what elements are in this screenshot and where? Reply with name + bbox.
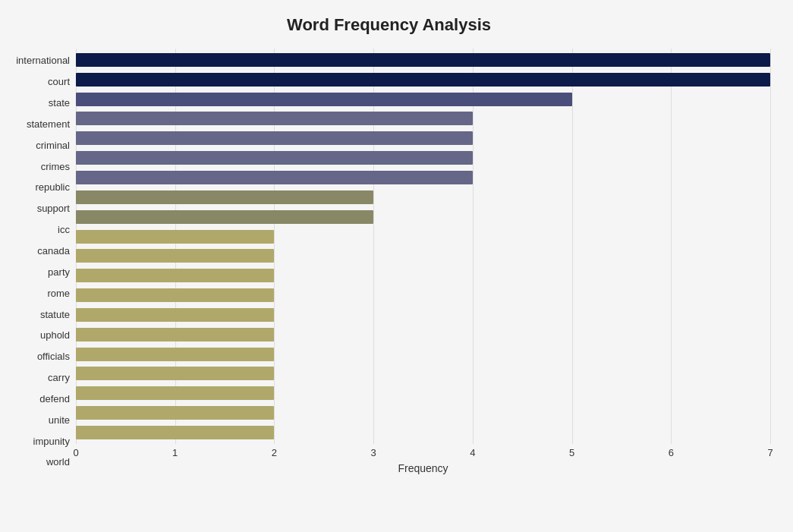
y-label: republic: [35, 179, 70, 196]
bar-row: [76, 326, 770, 343]
bar: [76, 308, 274, 322]
grid-line: [770, 49, 771, 444]
bar: [76, 269, 274, 282]
bar: [76, 288, 274, 302]
bar: [76, 93, 572, 106]
y-label: state: [49, 95, 70, 112]
x-tick: 6: [669, 447, 674, 458]
y-label: international: [16, 52, 70, 69]
y-label: officials: [37, 348, 70, 365]
y-label: icc: [58, 222, 70, 238]
x-tick: 2: [272, 447, 277, 458]
bar: [76, 131, 473, 145]
bar-row: [76, 52, 770, 68]
y-label: support: [37, 200, 70, 217]
bar: [76, 171, 473, 184]
bar: [76, 348, 274, 361]
bar-row: [76, 150, 770, 166]
bar-row: [76, 267, 770, 284]
bar: [76, 230, 274, 244]
bar: [76, 406, 274, 420]
x-tick: 5: [569, 447, 574, 458]
bar-row: [76, 189, 770, 206]
y-label: defend: [39, 390, 70, 407]
bar-row: [76, 424, 770, 441]
y-label: carry: [48, 370, 70, 386]
bars-area: [76, 49, 770, 444]
bar: [76, 53, 770, 67]
chart-title: Word Frequency Analysis: [8, 15, 770, 35]
y-label: statement: [27, 115, 70, 132]
y-label: world: [46, 454, 70, 471]
chart-container: Word Frequency Analysis internationalcou…: [0, 0, 793, 532]
chart-area: internationalcourtstatestatementcriminal…: [8, 49, 770, 474]
bar: [76, 328, 274, 342]
bar-row: [76, 385, 770, 401]
bar-row: [76, 209, 770, 225]
y-label: uphold: [40, 327, 70, 344]
bar-row: [76, 346, 770, 363]
y-label: party: [48, 263, 70, 280]
bar: [76, 73, 770, 87]
x-tick: 7: [767, 447, 773, 458]
bar-row: [76, 110, 770, 127]
bar-row: [76, 130, 770, 146]
y-label: unite: [49, 411, 70, 428]
bar-row: [76, 228, 770, 245]
bar-row: [76, 247, 770, 264]
y-label: impunity: [33, 433, 70, 449]
bars-and-xaxis: 01234567 Frequency: [76, 49, 770, 474]
y-label: canada: [37, 243, 70, 260]
y-label: criminal: [36, 137, 70, 153]
y-label: crimes: [41, 158, 70, 175]
bar-row: [76, 91, 770, 108]
x-axis: 01234567 Frequency: [76, 444, 770, 474]
bar-row: [76, 71, 770, 88]
bar: [76, 426, 274, 439]
y-axis: internationalcourtstatestatementcriminal…: [8, 49, 76, 474]
x-tick: 0: [73, 447, 78, 458]
x-tick: 3: [371, 447, 376, 458]
y-label: statute: [40, 306, 70, 323]
x-axis-title: Frequency: [76, 462, 770, 474]
bar: [76, 386, 274, 400]
y-label: rome: [47, 285, 70, 301]
bar-row: [76, 169, 770, 186]
y-label: court: [48, 74, 70, 90]
bar: [76, 190, 373, 204]
bar-row: [76, 365, 770, 382]
bar-row: [76, 405, 770, 421]
x-tick: 1: [172, 447, 178, 458]
bar-row: [76, 307, 770, 323]
bar-row: [76, 287, 770, 304]
bar: [76, 210, 373, 224]
bar: [76, 367, 274, 380]
bar: [76, 151, 473, 165]
bar: [76, 249, 274, 263]
bar: [76, 112, 473, 125]
x-tick: 4: [470, 447, 475, 458]
